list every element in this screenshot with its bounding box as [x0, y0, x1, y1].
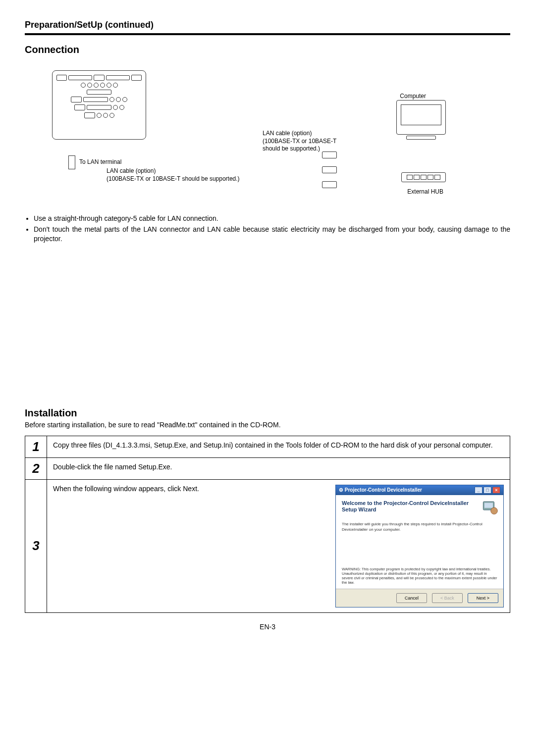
- wizard-title-text: ⚙ Projector-Control DeviceInstaller: [339, 487, 422, 493]
- page-header-title: Preparation/SetUp (continued): [25, 20, 510, 30]
- computer-icon: [396, 100, 446, 147]
- external-hub-label: External HUB: [407, 188, 443, 195]
- close-icon[interactable]: ×: [492, 487, 500, 494]
- wizard-computer-icon: [482, 499, 498, 516]
- connection-section-title: Connection: [25, 44, 510, 55]
- step-text: When the following window appears, click…: [53, 485, 325, 493]
- step-text: Double-click the file named Setup.Exe.: [47, 457, 510, 479]
- wizard-body: Welcome to the Projector-Control DeviceI…: [336, 495, 503, 589]
- svg-point-2: [491, 507, 498, 514]
- table-row: 2 Double-click the file named Setup.Exe.: [25, 457, 510, 479]
- cancel-button[interactable]: Cancel: [396, 593, 427, 603]
- step-text: Copy three files (DI_4.1.3.3.msi, Setup.…: [47, 436, 510, 457]
- connection-diagram: To LAN terminal LAN cable (option) (100B…: [25, 65, 510, 204]
- wizard-description: The installer will guide you through the…: [342, 522, 497, 532]
- step-number: 2: [25, 457, 47, 479]
- connection-bullets: Use a straight-through category-5 cable …: [34, 214, 510, 244]
- table-row: 3 When the following window appears, cli…: [25, 479, 510, 612]
- installation-section-title: Installation: [25, 407, 510, 419]
- header-rule: [25, 33, 510, 35]
- wizard-footer: Cancel < Back Next >: [336, 589, 503, 607]
- page-number: EN-3: [25, 623, 510, 631]
- wizard-heading: Welcome to the Projector-Control DeviceI…: [342, 500, 471, 513]
- table-row: 1 Copy three files (DI_4.1.3.3.msi, Setu…: [25, 436, 510, 457]
- bullet-item: Don't touch the metal parts of the LAN c…: [34, 225, 510, 244]
- next-button[interactable]: Next >: [468, 593, 498, 603]
- computer-label: Computer: [400, 93, 426, 100]
- lan-terminal-label: To LAN terminal: [79, 158, 121, 165]
- svg-rect-1: [484, 503, 493, 507]
- connector-icon: [322, 151, 337, 158]
- bullet-item: Use a straight-through category-5 cable …: [34, 214, 510, 224]
- back-button: < Back: [432, 593, 463, 603]
- lan-cable-left-label: LAN cable (option) (100BASE-TX or 10BASE…: [107, 167, 240, 183]
- step-content: When the following window appears, click…: [47, 479, 510, 612]
- minimize-icon[interactable]: _: [475, 487, 482, 494]
- step-number: 1: [25, 436, 47, 457]
- projector-outline: [52, 70, 146, 140]
- wizard-warning: WARNING: This computer program is protec…: [342, 567, 497, 585]
- lan-terminal-icon: [68, 155, 75, 169]
- connector-icon: [322, 181, 337, 188]
- connector-icon: [322, 166, 337, 173]
- external-hub-icon: [401, 172, 446, 182]
- installation-intro: Before starting installation, be sure to…: [25, 421, 510, 429]
- installation-steps-table: 1 Copy three files (DI_4.1.3.3.msi, Setu…: [25, 436, 510, 613]
- wizard-titlebar: ⚙ Projector-Control DeviceInstaller _ □ …: [336, 485, 503, 495]
- lan-cable-right-label: LAN cable (option) (100BASE-TX or 10BASE…: [263, 130, 336, 153]
- installer-wizard-window: ⚙ Projector-Control DeviceInstaller _ □ …: [335, 485, 504, 607]
- step-number: 3: [25, 479, 47, 612]
- maximize-icon[interactable]: □: [483, 487, 491, 494]
- installer-icon: ⚙: [339, 487, 343, 493]
